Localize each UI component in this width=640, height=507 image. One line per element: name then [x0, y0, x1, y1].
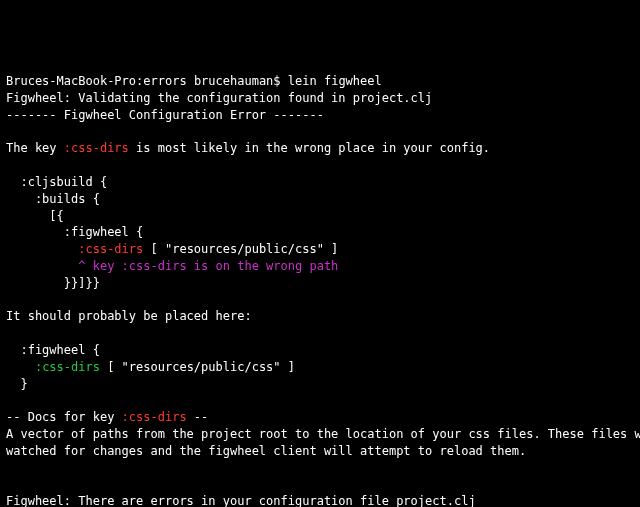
docs-line: watched for changes and the figwheel cli… [6, 443, 634, 460]
blank-line [6, 292, 634, 309]
prompt-host: Bruces-MacBook-Pro [6, 74, 136, 88]
prompt-line: Bruces-MacBook-Pro:errors brucehauman$ l… [6, 73, 634, 90]
prompt-dir: errors [143, 74, 186, 88]
docs-line: A vector of paths from the project root … [6, 426, 634, 443]
code-line: [{ [6, 208, 634, 225]
prompt-cmd: lein figwheel [288, 74, 382, 88]
error-pointer: ^ key :css-dirs is on the wrong path [78, 259, 338, 273]
blank-line [6, 476, 634, 493]
code-line: } [6, 376, 634, 393]
key-doc: :css-dirs [122, 410, 187, 424]
output-line: The key :css-dirs is most likely in the … [6, 140, 634, 157]
output-line: ------- Figwheel Configuration Error ---… [6, 107, 634, 124]
key-correct: :css-dirs [35, 360, 100, 374]
blank-line [6, 124, 634, 141]
blank-line [6, 325, 634, 342]
code-line: :figwheel { [6, 224, 634, 241]
code-line: ^ key :css-dirs is on the wrong path [6, 258, 634, 275]
key-highlight: :css-dirs [64, 141, 129, 155]
output-line: It should probably be placed here: [6, 308, 634, 325]
code-line: }}]}} [6, 275, 634, 292]
output-line: Figwheel: There are errors in your confi… [6, 493, 634, 507]
blank-line [6, 460, 634, 477]
terminal-output[interactable]: Bruces-MacBook-Pro:errors brucehauman$ l… [6, 73, 634, 507]
key-error: :css-dirs [78, 242, 143, 256]
code-line: :css-dirs [ "resources/public/css" ] [6, 241, 634, 258]
code-line: :cljsbuild { [6, 174, 634, 191]
code-line: :builds { [6, 191, 634, 208]
prompt-user: brucehauman [194, 74, 273, 88]
output-line: Figwheel: Validating the configuration f… [6, 90, 634, 107]
blank-line [6, 392, 634, 409]
code-line: :figwheel { [6, 342, 634, 359]
code-line: :css-dirs [ "resources/public/css" ] [6, 359, 634, 376]
blank-line [6, 157, 634, 174]
docs-header: -- Docs for key :css-dirs -- [6, 409, 634, 426]
